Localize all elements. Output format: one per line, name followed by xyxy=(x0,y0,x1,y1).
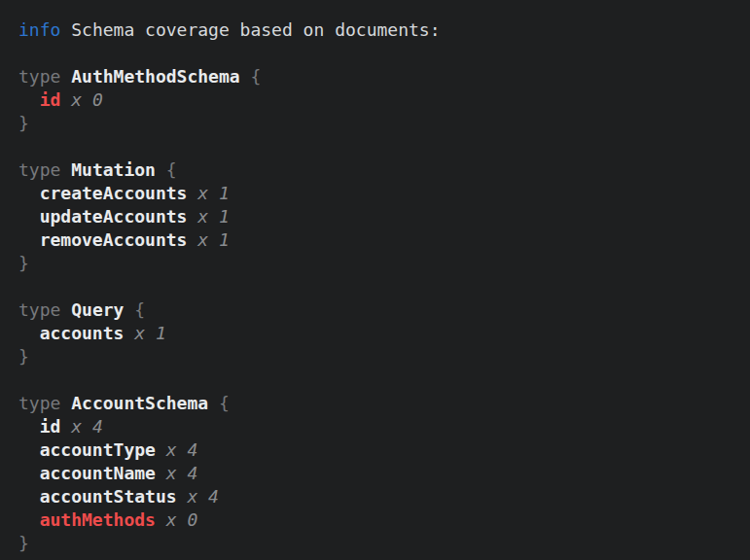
close-brace: } xyxy=(18,346,29,367)
field-name: updateAccounts xyxy=(40,206,188,227)
field-coverage-line: id x 4 xyxy=(18,415,750,438)
open-brace: { xyxy=(134,299,145,320)
field-coverage-line: authMethods x 0 xyxy=(18,508,750,532)
field-name: removeAccounts xyxy=(40,229,188,250)
field-name: id xyxy=(40,416,61,437)
type-name: AccountSchema xyxy=(71,393,208,413)
open-brace: { xyxy=(219,393,230,413)
type-declaration-line: type Mutation { xyxy=(18,158,750,182)
field-name: accountName xyxy=(40,463,156,483)
field-usage-count: x 1 xyxy=(197,206,230,227)
field-name: accountStatus xyxy=(40,486,177,507)
type-block: type Query { accounts x 1} xyxy=(18,298,750,368)
close-brace: } xyxy=(18,533,29,553)
console-output: info Schema coverage based on documents:… xyxy=(0,0,750,560)
log-header-message: Schema coverage based on documents: xyxy=(71,19,440,40)
field-coverage-line: id x 0 xyxy=(18,88,750,112)
field-usage-count: x 0 xyxy=(71,89,103,110)
field-usage-count: x 4 xyxy=(71,416,103,437)
field-coverage-line: createAccounts x 1 xyxy=(18,182,750,205)
open-brace: { xyxy=(250,66,261,87)
type-keyword: type xyxy=(18,299,60,320)
type-close-line: } xyxy=(18,112,750,135)
type-declaration-line: type AuthMethodSchema { xyxy=(18,65,750,88)
field-name: accounts xyxy=(40,323,125,343)
type-close-line: } xyxy=(18,532,750,555)
type-name: Query xyxy=(71,299,124,320)
field-name: accountType xyxy=(40,439,156,460)
close-brace: } xyxy=(18,113,29,133)
field-usage-count: x 0 xyxy=(166,509,198,530)
field-coverage-line: removeAccounts x 1 xyxy=(18,228,750,252)
type-keyword: type xyxy=(18,393,60,413)
type-keyword: type xyxy=(18,159,60,180)
type-name: Mutation xyxy=(71,159,156,180)
log-level-info-label: info xyxy=(18,19,60,40)
field-name: createAccounts xyxy=(40,183,188,203)
type-keyword: type xyxy=(18,66,60,87)
type-block: type AuthMethodSchema { id x 0} xyxy=(18,65,750,135)
field-coverage-line: accountType x 4 xyxy=(18,438,750,462)
type-block: type AccountSchema { id x 4 accountType … xyxy=(18,392,750,555)
schema-coverage-blocks: type AuthMethodSchema { id x 0}type Muta… xyxy=(18,65,750,555)
field-usage-count: x 1 xyxy=(134,323,166,343)
type-close-line: } xyxy=(18,345,750,368)
field-usage-count: x 4 xyxy=(166,439,198,460)
type-name: AuthMethodSchema xyxy=(71,66,239,87)
field-usage-count: x 1 xyxy=(197,229,230,250)
field-name: authMethods xyxy=(40,509,156,530)
open-brace: { xyxy=(166,159,177,180)
field-coverage-line: accountStatus x 4 xyxy=(18,485,750,508)
space xyxy=(60,19,71,40)
field-coverage-line: accounts x 1 xyxy=(18,322,750,345)
field-name: id xyxy=(40,89,61,110)
field-coverage-line: accountName x 4 xyxy=(18,462,750,485)
field-usage-count: x 4 xyxy=(187,486,219,507)
field-coverage-line: updateAccounts x 1 xyxy=(18,205,750,228)
close-brace: } xyxy=(18,253,29,273)
type-close-line: } xyxy=(18,252,750,275)
type-declaration-line: type Query { xyxy=(18,298,750,322)
type-declaration-line: type AccountSchema { xyxy=(18,392,750,415)
log-header-line: info Schema coverage based on documents: xyxy=(18,18,750,42)
field-usage-count: x 1 xyxy=(197,183,230,203)
type-block: type Mutation { createAccounts x 1 updat… xyxy=(18,158,750,275)
field-usage-count: x 4 xyxy=(166,463,198,483)
